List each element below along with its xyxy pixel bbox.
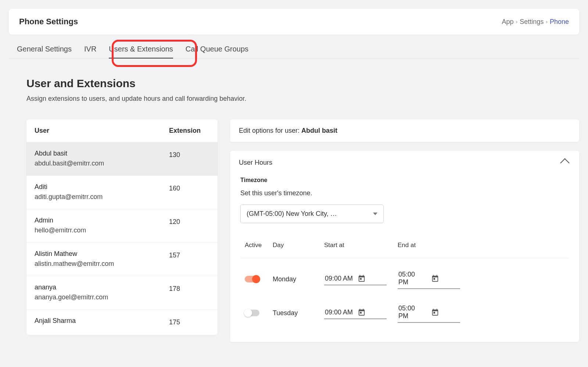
hours-table: Active Day Start at End at Monday [240,242,569,333]
column-header-active: Active [245,242,273,249]
page-title: Phone Settings [19,17,78,26]
user-extension: 178 [169,284,209,301]
tabs: General Settings IVR Users & Extensions … [9,40,579,59]
active-toggle[interactable] [245,276,259,282]
user-name: Abdul basit [35,150,169,157]
tab-ivr[interactable]: IVR [84,45,96,58]
calendar-icon [431,274,459,282]
chevron-right-icon: › [546,19,548,25]
timezone-select[interactable]: (GMT-05:00) New York City, … [240,204,384,223]
column-header-start: Start at [324,242,398,249]
caret-down-icon [373,213,377,215]
edit-prefix: Edit options for user: [239,127,301,134]
calendar-icon [358,274,386,282]
user-hours-panel: User Hours Timezone Set this user's time… [230,151,579,342]
user-name: Admin [35,217,169,224]
breadcrumb-current[interactable]: Phone [550,18,569,26]
start-time-field[interactable]: 09:00 AM [324,307,387,319]
user-email: hello@emitrr.com [35,227,169,234]
user-row[interactable]: Admin hello@emitrr.com 120 [26,209,218,242]
column-header-extension: Extension [169,127,209,135]
chevron-right-icon: › [516,19,518,25]
calendar-icon [358,308,386,316]
calendar-icon [431,308,459,316]
end-time-field[interactable]: 05:00 PM [398,269,460,289]
user-extension: 157 [169,250,209,268]
user-name: ananya [35,284,169,291]
column-header-end: End at [398,242,471,249]
breadcrumb-settings[interactable]: Settings [520,18,544,26]
user-row[interactable]: ananya ananya.goel@emitrr.com 178 [26,276,218,309]
user-row[interactable]: Aditi aditi.gupta@emitrr.com 160 [26,175,218,209]
chevron-up-icon [560,158,569,167]
tab-general-settings[interactable]: General Settings [17,45,72,58]
user-extension: 160 [169,183,209,201]
day-label: Monday [273,275,324,283]
user-email: alistin.mathew@emitrr.com [35,260,169,268]
start-time-field[interactable]: 09:00 AM [324,273,387,285]
user-extension: 175 [169,317,209,327]
end-time-field[interactable]: 05:00 PM [398,303,460,323]
timezone-description: Set this user's timezone. [240,189,569,197]
start-time-value: 09:00 AM [325,309,353,316]
user-extension: 120 [169,217,209,234]
user-email: abdul.basit@emitrr.com [35,160,169,167]
user-email: aditi.gupta@emitrr.com [35,193,169,201]
user-name: Aditi [35,183,169,191]
edit-panel-header: Edit options for user: Abdul basit [230,120,579,142]
end-time-value: 05:00 PM [398,271,427,286]
page-header: Phone Settings App › Settings › Phone [9,9,579,35]
tab-users-extensions[interactable]: Users & Extensions [109,45,173,58]
user-name: Alistin Mathew [35,250,169,258]
timezone-value: (GMT-05:00) New York City, … [247,210,337,218]
active-toggle[interactable] [245,310,259,316]
column-header-user: User [35,127,169,135]
start-time-value: 09:00 AM [325,275,353,282]
hours-row: Tuesday 09:00 AM [240,299,569,333]
user-extension: 130 [169,150,209,167]
section-description: Assign extensions to users, and update h… [26,95,579,103]
day-label: Tuesday [273,309,324,317]
user-name: Anjali Sharma [35,317,169,325]
tab-call-queue-groups[interactable]: Call Queue Groups [186,45,248,58]
section-title: User and Extensions [26,77,579,90]
timezone-label: Timezone [240,177,569,184]
users-list: User Extension Abdul basit abdul.basit@e… [26,120,218,335]
breadcrumb: App › Settings › Phone [502,18,569,26]
column-header-day: Day [273,242,324,249]
user-row[interactable]: Alistin Mathew alistin.mathew@emitrr.com… [26,242,218,276]
breadcrumb-app[interactable]: App [502,18,514,26]
user-hours-title: User Hours [239,159,272,167]
user-email: ananya.goel@emitrr.com [35,293,169,301]
user-row[interactable]: Anjali Sharma 175 [26,309,218,335]
user-hours-toggle[interactable]: User Hours [230,151,579,175]
hours-row: Monday 09:00 AM [240,266,569,299]
end-time-value: 05:00 PM [398,304,427,320]
user-row[interactable]: Abdul basit abdul.basit@emitrr.com 130 [26,142,218,175]
edit-username: Abdul basit [301,127,337,134]
